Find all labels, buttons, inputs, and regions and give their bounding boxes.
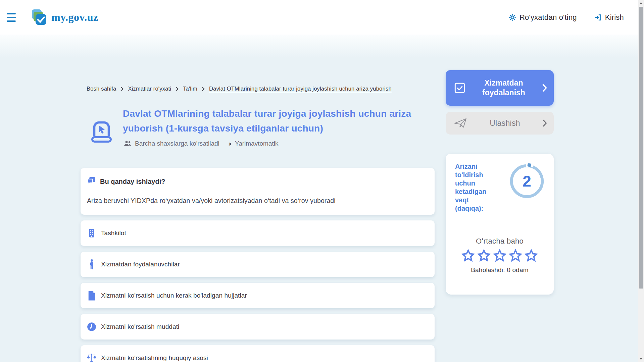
breadcrumb-home[interactable]: Bosh sahifa — [87, 86, 116, 92]
section-service-users[interactable]: Xizmatdan foydalanuvchilar — [81, 252, 435, 277]
rating-title: Oʻrtacha baho — [476, 237, 524, 246]
chevron-right-icon — [120, 87, 123, 91]
building-icon — [86, 228, 97, 238]
scroll-up-icon[interactable] — [640, 2, 642, 4]
section-label: Xizmatni ko'rsatish uchun kerak bo'ladig… — [101, 292, 247, 299]
star-icon[interactable] — [525, 249, 538, 262]
star-icon[interactable] — [461, 249, 475, 262]
register-link[interactable]: Ro'yxatdan o'ting — [509, 13, 577, 22]
use-service-button[interactable]: Xizmatdan foydalanish — [446, 70, 554, 106]
vertical-scrollbar[interactable] — [638, 0, 644, 362]
fill-time-value: 2 — [508, 162, 546, 200]
chevron-right-icon — [542, 84, 547, 92]
divider — [455, 233, 545, 233]
star-icon[interactable] — [493, 249, 506, 262]
service-sections: Bu qanday ishlaydi? Ariza beruvchi YIDXP… — [81, 168, 435, 362]
logo-mark-icon — [32, 9, 47, 25]
chevron-right-icon — [543, 119, 547, 127]
fill-time-label: Arizani to'ldirish uchun ketadigan vaqt … — [455, 162, 495, 213]
hamburger-menu-icon[interactable] — [7, 13, 16, 22]
half-auto-icon: ◑ — [228, 140, 232, 147]
section-legal-basis[interactable]: Xizmatni ko'rsatishning huquqiy asosi — [81, 345, 435, 362]
star-icon[interactable] — [477, 249, 491, 262]
chat-icon — [87, 176, 96, 187]
section-how-it-works-header[interactable]: Bu qanday ishlaydi? — [87, 176, 428, 187]
service-meta: Barcha shaxslarga ko'rsatiladi ◑ Yarimav… — [123, 140, 278, 147]
login-icon — [594, 14, 602, 21]
chevron-right-icon — [202, 87, 205, 91]
use-service-label: Xizmatdan foydalanish — [465, 78, 542, 98]
share-button[interactable]: Ulashish — [446, 112, 554, 135]
chevron-right-icon — [176, 87, 179, 91]
rating-card: Arizani to'ldirish uchun ketadigan vaqt … — [446, 154, 554, 295]
brand-logo[interactable]: my.gov.uz — [32, 9, 98, 25]
section-organization[interactable]: Tashkilot — [81, 220, 435, 246]
register-label: Ro'yxatdan o'ting — [519, 13, 577, 22]
top-header: my.gov.uz Ro'yxatdan o'ting Kirish — [0, 0, 644, 35]
brand-text: my.gov.uz — [51, 11, 98, 23]
section-label: Xizmatni ko'rsatishning huquqiy asosi — [101, 354, 208, 362]
scrollbar-thumb[interactable] — [639, 7, 643, 289]
login-label: Kirish — [605, 13, 624, 22]
group-icon — [123, 141, 132, 147]
section-how-it-works: Bu qanday ishlaydi? Ariza beruvchi YIDXP… — [81, 168, 435, 215]
section-label: Xizmatdan foydalanuvchilar — [101, 261, 180, 268]
breadcrumb-current[interactable]: Davlat OTMlarining talabalar turar joyig… — [209, 86, 392, 92]
section-label: Tashkilot — [101, 229, 126, 237]
laptop-cursor-icon — [89, 117, 114, 144]
breadcrumb-education[interactable]: Ta'lim — [183, 86, 197, 92]
paper-plane-icon — [454, 117, 467, 129]
scroll-down-icon[interactable] — [640, 358, 642, 360]
section-label: Xizmatni ko'rsatish muddati — [101, 323, 179, 330]
scales-icon — [86, 353, 97, 362]
section-required-documents[interactable]: Xizmatni ko'rsatish uchun kerak bo'ladig… — [81, 283, 435, 308]
section-service-duration[interactable]: Xizmatni ko'rsatish muddati — [81, 314, 435, 340]
service-mode: Yarimavtomatik — [235, 140, 279, 147]
gear-icon — [509, 14, 516, 21]
person-icon — [86, 259, 97, 269]
clock-icon — [86, 322, 97, 331]
section-label: Bu qanday ishlaydi? — [100, 178, 165, 186]
rating-count: Baholashdi: 0 odam — [471, 266, 529, 274]
checkbox-icon — [454, 83, 465, 93]
share-label: Ulashish — [467, 119, 543, 128]
breadcrumb-services[interactable]: Xizmatlar ro'yxati — [128, 86, 171, 92]
section-body-text: Ariza beruvchi YIDXPda roʻyxatdan va/yok… — [87, 197, 428, 205]
breadcrumb: Bosh sahifa Xizmatlar ro'yxati Ta'lim Da… — [87, 86, 392, 92]
page-title: Davlat OTMlarining talabalar turar joyig… — [123, 106, 444, 136]
time-ring: 2 — [508, 162, 546, 200]
login-link[interactable]: Kirish — [594, 13, 624, 22]
star-icon[interactable] — [509, 249, 522, 262]
service-audience: Barcha shaxslarga ko'rsatiladi — [135, 140, 219, 147]
rating-stars — [461, 249, 538, 262]
document-icon — [86, 291, 97, 301]
